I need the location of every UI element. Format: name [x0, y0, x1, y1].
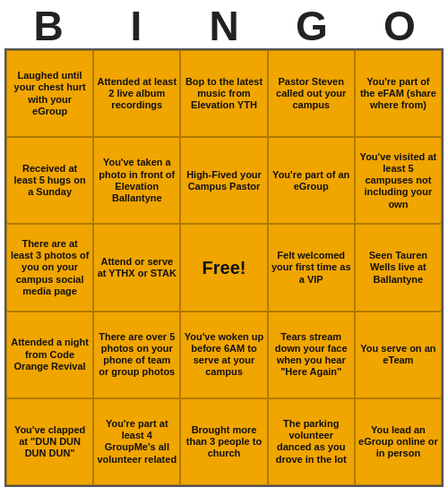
bingo-cell-1: Attended at least 2 live album recording…: [93, 50, 180, 137]
bingo-cell-15: Attended a night from Code Orange Reviva…: [6, 312, 93, 398]
bingo-cell-5: Received at least 5 hugs on a Sunday: [6, 137, 93, 224]
bingo-cell-17: You've woken up before 6AM to serve at y…: [180, 312, 267, 398]
bingo-cell-2: Bop to the latest music from Elevation Y…: [180, 50, 267, 137]
bingo-letter-n: N: [184, 5, 264, 47]
bingo-cell-20: You've clapped at "DUN DUN DUN DUN": [6, 398, 93, 485]
bingo-grid: Laughed until your chest hurt with your …: [4, 48, 444, 487]
bingo-cell-24: You lead an eGroup online or in person: [355, 398, 442, 485]
bingo-letter-i: I: [96, 5, 177, 47]
bingo-cell-9: You've visited at least 5 campuses not i…: [355, 137, 442, 224]
bingo-cell-4: You're part of the eFAM (share where fro…: [355, 50, 442, 137]
bingo-cell-6: You've taken a photo in front of Elevati…: [93, 137, 180, 224]
bingo-cell-7: High-Fived your Campus Pastor: [180, 137, 267, 224]
bingo-cell-10: There are at least 3 photos of you on yo…: [6, 224, 93, 311]
bingo-cell-11: Attend or serve at YTHX or STAK: [93, 224, 180, 311]
bingo-header: BINGO: [4, 5, 444, 47]
bingo-letter-o: O: [359, 5, 440, 47]
bingo-letter-g: G: [271, 5, 352, 47]
bingo-cell-19: You serve on an eTeam: [355, 312, 442, 398]
bingo-cell-22: Brought more than 3 people to church: [180, 398, 267, 485]
bingo-cell-21: You're part at least 4 GroupMe's all vol…: [93, 398, 180, 485]
bingo-cell-16: There are over 5 photos on your phone of…: [93, 312, 180, 398]
bingo-cell-23: The parking volunteer danced as you drov…: [268, 398, 355, 485]
bingo-letter-b: B: [8, 5, 89, 47]
bingo-cell-14: Seen Tauren Wells live at Ballantyne: [355, 224, 442, 311]
bingo-cell-8: You're part of an eGroup: [268, 137, 355, 224]
bingo-cell-3: Pastor Steven called out your campus: [268, 50, 355, 137]
bingo-cell-12: Free!: [180, 224, 267, 311]
bingo-cell-13: Felt welcomed your first time as a VIP: [268, 224, 355, 311]
bingo-cell-0: Laughed until your chest hurt with your …: [6, 50, 93, 137]
bingo-cell-18: Tears stream down your face when you hea…: [268, 312, 355, 398]
